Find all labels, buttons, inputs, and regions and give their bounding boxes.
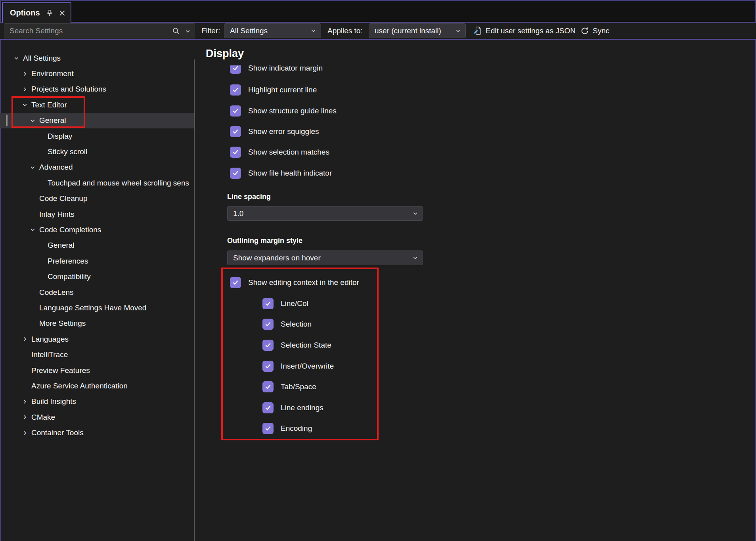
tree-item-text-editor[interactable]: Text Editor xyxy=(0,97,194,113)
tree-item-codelens[interactable]: CodeLens xyxy=(0,285,194,300)
filter-dropdown[interactable]: All Settings xyxy=(224,23,321,38)
checkbox-tab-space[interactable] xyxy=(262,381,274,392)
checkbox-insert-overwrite[interactable] xyxy=(262,361,274,372)
checkbox-show-selection-matches[interactable] xyxy=(230,147,241,158)
tree-item-touchpad-scrolling[interactable]: Touchpad and mouse wheel scrolling sens xyxy=(0,175,194,191)
checkbox-show-file-health-indicator[interactable] xyxy=(230,168,241,179)
tree-item-advanced[interactable]: Advanced xyxy=(0,160,194,175)
sync-label: Sync xyxy=(593,27,609,35)
tree-item-language-settings-moved[interactable]: Language Settings Have Moved xyxy=(0,300,194,315)
checkbox-line-endings[interactable] xyxy=(262,402,274,413)
checkbox-selection[interactable] xyxy=(262,319,274,330)
tree-item-general[interactable]: General xyxy=(0,113,194,128)
tree-item-cmake[interactable]: CMake xyxy=(0,409,194,425)
setting-row: Encoding xyxy=(262,423,312,434)
tree-item-label: Environment xyxy=(31,69,74,78)
edit-settings-json-label: Edit user settings as JSON xyxy=(486,27,576,35)
search-icon[interactable] xyxy=(172,27,180,35)
chevron-down-icon[interactable] xyxy=(30,164,39,170)
checkbox-highlight-current-line[interactable] xyxy=(230,84,241,96)
setting-row: Show structure guide lines xyxy=(230,105,337,117)
checkbox-label: Selection xyxy=(281,320,312,329)
tree-item-all-settings[interactable]: All Settings xyxy=(0,50,194,66)
tree-item-label: Advanced xyxy=(39,163,73,172)
checkbox-show-structure-guide-lines[interactable] xyxy=(230,105,241,117)
tree-item-label: CMake xyxy=(31,413,55,422)
tree-item-projects-and-solutions[interactable]: Projects and Solutions xyxy=(0,82,194,97)
chevron-right-icon[interactable] xyxy=(22,71,31,77)
tree-item-inlay-hints[interactable]: Inlay Hints xyxy=(0,206,194,222)
pin-icon[interactable] xyxy=(46,10,53,17)
tree-item-languages[interactable]: Languages xyxy=(0,331,194,347)
tree-item-label: Languages xyxy=(31,335,69,344)
tree-item-sticky-scroll[interactable]: Sticky scroll xyxy=(0,144,194,159)
chevron-down-icon[interactable] xyxy=(30,118,39,124)
chevron-down-icon[interactable] xyxy=(13,55,23,61)
tree-item-display[interactable]: Display xyxy=(0,128,194,144)
checkbox-selection-state[interactable] xyxy=(262,340,274,351)
setting-row: Insert/Overwrite xyxy=(262,361,334,372)
checkbox-line-col[interactable] xyxy=(262,298,274,309)
checkbox-label: Show structure guide lines xyxy=(248,107,337,115)
tree-item-label: Preferences xyxy=(48,257,88,266)
tree-item-compatibility[interactable]: Compatibility xyxy=(0,269,194,284)
tree-item-container-tools[interactable]: Container Tools xyxy=(0,425,194,440)
tree-item-code-completions[interactable]: Code Completions xyxy=(0,222,194,237)
tree-item-label: General xyxy=(48,241,75,250)
tree-item-label: Code Cleanup xyxy=(39,194,87,203)
tree-item-azure-service-authentication[interactable]: Azure Service Authentication xyxy=(0,378,194,394)
chevron-right-icon[interactable] xyxy=(22,399,31,405)
tab-title: Options xyxy=(10,8,40,17)
chevron-right-icon[interactable] xyxy=(22,414,31,420)
checkbox-label: Line/Col xyxy=(281,299,308,308)
search-input[interactable] xyxy=(4,27,167,35)
checkbox-show-error-squiggles[interactable] xyxy=(230,126,241,137)
tree-item-label: Language Settings Have Moved xyxy=(39,304,146,312)
chevron-right-icon[interactable] xyxy=(22,430,31,436)
tree-item-build-insights[interactable]: Build Insights xyxy=(0,394,194,409)
edit-settings-json-button[interactable]: Edit user settings as JSON xyxy=(473,23,576,39)
tree-item-code-cleanup[interactable]: Code Cleanup xyxy=(0,191,194,206)
line-spacing-dropdown[interactable]: 1.0 xyxy=(227,206,423,221)
options-tab[interactable]: Options xyxy=(2,2,71,23)
setting-row: Selection xyxy=(262,319,312,330)
chevron-down-icon xyxy=(455,28,461,34)
checkbox-show-editing-context[interactable] xyxy=(230,277,241,288)
chevron-right-icon[interactable] xyxy=(22,336,31,342)
chevron-down-icon[interactable] xyxy=(30,227,39,233)
filter-dropdown-value: All Settings xyxy=(230,27,268,35)
outlining-margin-style-dropdown[interactable]: Show expanders on hover xyxy=(227,250,423,265)
outlining-margin-style-label: Outlining margin style xyxy=(227,237,302,245)
tree-item-environment[interactable]: Environment xyxy=(0,66,194,81)
close-icon[interactable] xyxy=(59,10,66,17)
tree-item-label: Azure Service Authentication xyxy=(31,382,128,390)
tree-item-label: Sticky scroll xyxy=(48,147,87,156)
tree-item-preview-features[interactable]: Preview Features xyxy=(0,363,194,378)
tree-item-label: IntelliTrace xyxy=(31,350,68,359)
tree-item-preferences[interactable]: Preferences xyxy=(0,253,194,269)
setting-row: Highlight current line xyxy=(230,84,317,96)
filter-label: Filter: xyxy=(201,23,220,39)
tree-item-code-completions-general[interactable]: General xyxy=(0,238,194,253)
tree-item-label: Container Tools xyxy=(31,428,84,437)
checkbox-show-indicator-margin[interactable] xyxy=(230,63,241,74)
search-box[interactable] xyxy=(4,23,195,38)
tree-item-label: Touchpad and mouse wheel scrolling sens xyxy=(48,179,189,187)
chevron-right-icon[interactable] xyxy=(22,86,31,92)
setting-row: Tab/Space xyxy=(262,381,316,392)
sync-button[interactable]: Sync xyxy=(580,23,609,39)
settings-tree: All Settings Environment Projects and So… xyxy=(0,50,194,541)
tree-item-intellitrace[interactable]: IntelliTrace xyxy=(0,347,194,362)
chevron-down-icon[interactable] xyxy=(185,28,191,34)
tree-scrollbar[interactable] xyxy=(194,59,195,541)
checkbox-label: Encoding xyxy=(281,424,312,433)
checkbox-encoding[interactable] xyxy=(262,423,274,434)
display-settings-panel: Display Show indicator margin Highlight … xyxy=(195,40,756,541)
tree-item-more-settings[interactable]: More Settings xyxy=(0,316,194,331)
tree-item-label: Projects and Solutions xyxy=(31,85,106,94)
tree-item-label: Inlay Hints xyxy=(39,210,75,219)
tree-item-label: CodeLens xyxy=(39,288,74,297)
chevron-down-icon[interactable] xyxy=(22,102,31,108)
applies-to-dropdown[interactable]: user (current install) xyxy=(369,23,466,38)
page-title: Display xyxy=(206,48,244,60)
